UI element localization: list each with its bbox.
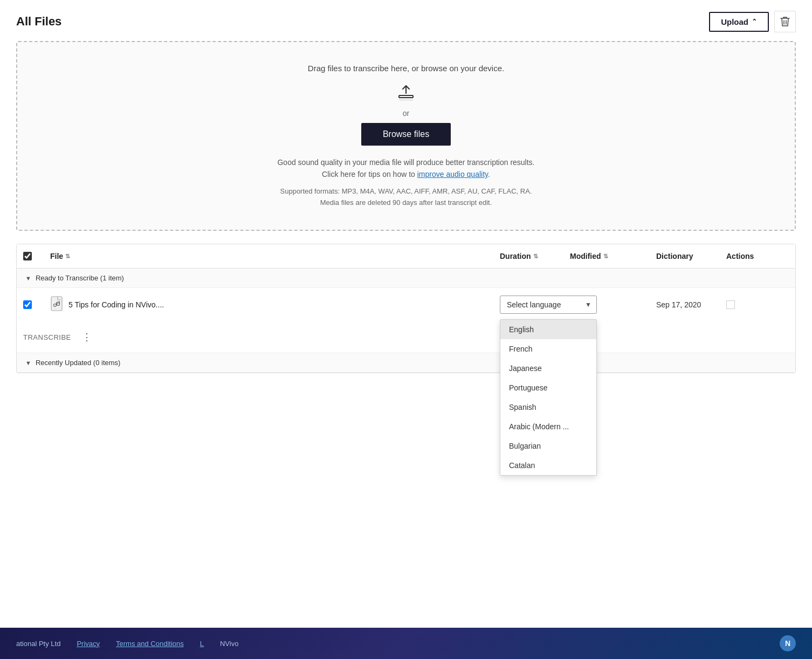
or-text: or — [403, 109, 409, 118]
improve-audio-link[interactable]: improve audio quality — [417, 170, 488, 179]
group-chevron-icon: ▼ — [25, 275, 31, 282]
dropdown-item-portuguese[interactable]: Portuguese — [500, 378, 596, 397]
language-select-wrapper: Select language English French Japanese … — [500, 296, 597, 314]
table-row: 5 Tips for Coding in NVivo.... Select la… — [17, 288, 795, 353]
formats-text: Supported formats: MP3, M4A, WAV, AAC, A… — [280, 186, 532, 209]
th-modified: Modified ⇅ — [563, 244, 650, 268]
dropdown-item-japanese[interactable]: Japanese — [500, 359, 596, 378]
browse-files-button[interactable]: Browse files — [361, 123, 451, 146]
header-actions: Upload ⌃ — [709, 11, 796, 32]
row-modified-cell: Sep 17, 2020 — [650, 288, 720, 321]
footer-company: ational Pty Ltd — [16, 640, 60, 648]
th-actions: Actions — [720, 244, 795, 268]
upload-icon-wrap: or Browse files — [361, 84, 451, 146]
upload-button[interactable]: Upload ⌃ — [709, 12, 769, 32]
upload-icon — [396, 84, 416, 106]
quality-text: Good sound quality in your media file wi… — [277, 156, 534, 181]
dropdown-item-spanish[interactable]: Spanish — [500, 397, 596, 417]
row-file-cell: 5 Tips for Coding in NVivo.... — [44, 288, 493, 321]
footer-privacy-link[interactable]: Privacy — [77, 640, 100, 648]
language-select[interactable]: Select language English French Japanese … — [500, 296, 597, 314]
transcribe-button[interactable]: TRANSCRIBE — [23, 333, 71, 341]
files-table: File ⇅ Duration ⇅ Modified ⇅ Dictionary … — [16, 244, 796, 373]
th-dictionary: Dictionary — [650, 244, 720, 268]
dropdown-item-french[interactable]: French — [500, 339, 596, 359]
dropdown-list: English French Japanese Portuguese Spani… — [500, 320, 596, 475]
page-title: All Files — [16, 15, 61, 29]
row-checkbox-cell — [17, 288, 44, 321]
file-sort-icon[interactable]: ⇅ — [65, 253, 70, 260]
footer-terms-link[interactable]: Terms and Conditions — [116, 640, 184, 648]
group2-chevron-icon: ▼ — [25, 360, 31, 366]
more-actions-button[interactable]: ⋮ — [78, 329, 96, 345]
select-all-checkbox[interactable] — [23, 252, 32, 260]
th-checkbox — [17, 244, 44, 268]
file-name: 5 Tips for Coding in NVivo.... — [68, 300, 164, 309]
modified-sort-icon[interactable]: ⇅ — [603, 253, 608, 260]
dropdown-item-bulgarian[interactable]: Bulgarian — [500, 436, 596, 456]
table-header: File ⇅ Duration ⇅ Modified ⇅ Dictionary … — [17, 244, 795, 269]
row-modified: Sep 17, 2020 — [656, 300, 701, 309]
page-header: All Files Upload ⌃ — [0, 0, 812, 41]
footer-logo: N — [780, 635, 796, 651]
page-footer: ational Pty Ltd Privacy Terms and Condit… — [0, 628, 812, 659]
group2-label: Recently Updated (0 items) — [36, 359, 121, 367]
group-ready-to-transcribe[interactable]: ▼ Ready to Transcribe (1 item) — [17, 269, 795, 288]
chevron-up-icon: ⌃ — [752, 18, 757, 25]
drag-text: Drag files to transcribe here, or browse… — [308, 64, 504, 73]
upload-label: Upload — [721, 17, 748, 26]
audio-file-icon — [50, 296, 63, 314]
row-lang-cell: Select language English French Japanese … — [493, 288, 563, 321]
group-recently-updated[interactable]: ▼ Recently Updated (0 items) — [17, 353, 795, 373]
trash-icon — [780, 16, 790, 27]
delete-button[interactable] — [774, 11, 796, 32]
duration-sort-icon[interactable]: ⇅ — [533, 253, 538, 260]
drop-zone[interactable]: Drag files to transcribe here, or browse… — [16, 41, 796, 231]
dropdown-item-arabic[interactable]: Arabic (Modern ... — [500, 417, 596, 436]
row-checkbox[interactable] — [23, 300, 32, 309]
dropdown-item-english[interactable]: English — [500, 320, 596, 339]
th-file: File ⇅ — [44, 244, 493, 268]
row-dictionary-cell — [720, 288, 795, 321]
svg-rect-2 — [399, 95, 413, 98]
dropdown-item-catalan[interactable]: Catalan — [500, 456, 596, 475]
language-dropdown: English French Japanese Portuguese Spani… — [500, 319, 597, 476]
group-label: Ready to Transcribe (1 item) — [36, 274, 124, 282]
footer-extra-link[interactable]: L — [200, 640, 204, 648]
row-actions-cell: TRANSCRIBE ⋮ — [17, 321, 44, 353]
footer-brand: NVivo — [220, 640, 238, 648]
dictionary-checkbox[interactable] — [726, 300, 735, 309]
th-duration: Duration ⇅ — [493, 244, 563, 268]
